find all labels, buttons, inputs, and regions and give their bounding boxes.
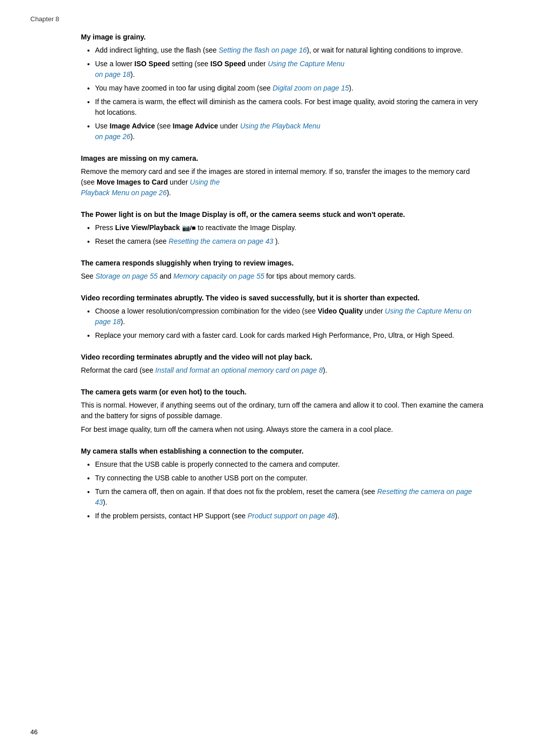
- link-install-format[interactable]: Install and format an optional memory ca…: [155, 366, 323, 374]
- section-power-light-title: The Power light is on but the Image Disp…: [81, 210, 485, 218]
- section-missing-title: Images are missing on my camera.: [81, 154, 485, 162]
- link-capture-menu-18b[interactable]: Using the Capture Menu on page 18: [95, 307, 471, 326]
- list-item: Use a lower ISO Speed setting (see ISO S…: [95, 59, 485, 80]
- chapter-label: Chapter 8: [30, 15, 59, 23]
- section-stalls-title: My camera stalls when establishing a con…: [81, 447, 485, 455]
- page-number: 46: [30, 728, 37, 736]
- section-video-noplay-body: Reformat the card (see Install and forma…: [81, 365, 485, 376]
- section-grainy-list: Add indirect lighting, use the flash (se…: [81, 45, 485, 142]
- section-sluggish: The camera responds sluggishly when tryi…: [81, 259, 485, 282]
- section-video-noplay-title: Video recording terminates abruptly and …: [81, 353, 485, 361]
- section-warm-body1: This is normal. However, if anything see…: [81, 400, 485, 421]
- list-item: Try connecting the USB cable to another …: [95, 473, 485, 483]
- link-resetting-camera-43b[interactable]: Resetting the camera on page 43: [95, 487, 472, 506]
- list-item: Press Live View/Playback 📷/■ to reactiva…: [95, 223, 485, 233]
- list-item: If the camera is warm, the effect will d…: [95, 97, 485, 118]
- section-power-light: The Power light is on but the Image Disp…: [81, 210, 485, 247]
- list-item: If the problem persists, contact HP Supp…: [95, 511, 485, 521]
- section-stalls-list: Ensure that the USB cable is properly co…: [81, 459, 485, 521]
- section-grainy: My image is grainy. Add indirect lightin…: [81, 33, 485, 142]
- section-warm-body2: For best image quality, turn off the cam…: [81, 424, 485, 435]
- section-sluggish-body: See Storage on page 55 and Memory capaci…: [81, 271, 485, 282]
- chapter-header: Chapter 8: [30, 15, 516, 23]
- link-setting-flash[interactable]: Setting the flash on page 16: [218, 46, 306, 54]
- list-item: Replace your memory card with a faster c…: [95, 330, 485, 341]
- list-item: Turn the camera off, then on again. If t…: [95, 486, 485, 508]
- section-video-short-list: Choose a lower resolution/compression co…: [81, 306, 485, 341]
- section-grainy-title: My image is grainy.: [81, 33, 485, 41]
- list-item: Choose a lower resolution/compression co…: [95, 306, 485, 327]
- link-resetting-camera-43[interactable]: Resetting the camera on page 43: [169, 237, 274, 245]
- section-video-noplay: Video recording terminates abruptly and …: [81, 353, 485, 376]
- link-product-support[interactable]: Product support on page 48: [248, 512, 335, 520]
- section-video-short-title: Video recording terminates abruptly. The…: [81, 294, 485, 302]
- list-item: Ensure that the USB cable is properly co…: [95, 459, 485, 470]
- link-digital-zoom[interactable]: Digital zoom on page 15: [272, 84, 349, 92]
- list-item: You may have zoomed in too far using dig…: [95, 83, 485, 94]
- section-stalls: My camera stalls when establishing a con…: [81, 447, 485, 521]
- link-storage-55[interactable]: Storage on page 55: [96, 272, 158, 280]
- section-sluggish-title: The camera responds sluggishly when tryi…: [81, 259, 485, 267]
- section-video-short: Video recording terminates abruptly. The…: [81, 294, 485, 341]
- section-power-light-list: Press Live View/Playback 📷/■ to reactiva…: [81, 223, 485, 247]
- list-item: Add indirect lighting, use the flash (se…: [95, 45, 485, 56]
- camera-icon: 📷/■: [182, 224, 196, 232]
- section-missing: Images are missing on my camera. Remove …: [81, 154, 485, 198]
- section-warm-title: The camera gets warm (or even hot) to th…: [81, 388, 485, 396]
- link-memory-capacity-55[interactable]: Memory capacity on page 55: [173, 272, 264, 280]
- list-item: Use Image Advice (see Image Advice under…: [95, 121, 485, 142]
- list-item: Reset the camera (see Resetting the came…: [95, 236, 485, 247]
- section-warm: The camera gets warm (or even hot) to th…: [81, 388, 485, 435]
- section-missing-body: Remove the memory card and see if the im…: [81, 166, 485, 198]
